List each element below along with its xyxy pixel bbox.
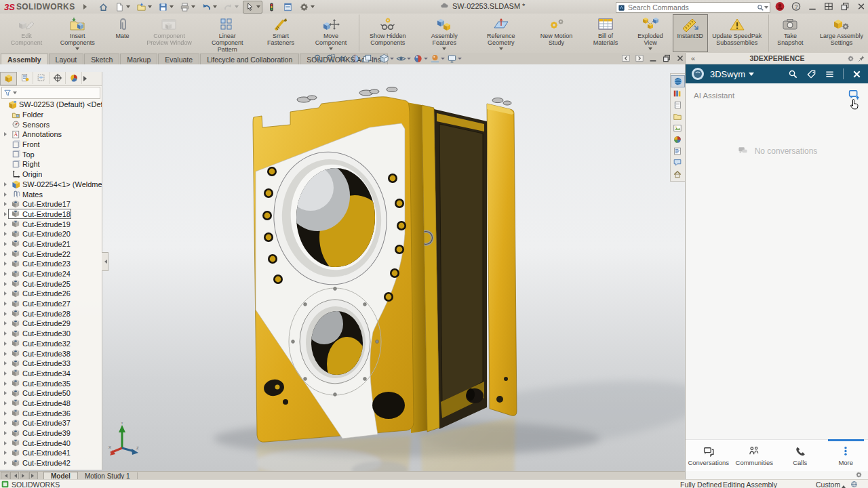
tag-icon[interactable] — [806, 69, 816, 79]
doc-close-icon[interactable] — [675, 54, 685, 63]
dropdown-caret-icon[interactable] — [390, 58, 394, 62]
tree-item[interactable]: Cut-Extrude48 — [0, 399, 102, 409]
tree-item[interactable]: Cut-Extrude36 — [0, 408, 102, 418]
expand-arrow-icon[interactable] — [4, 302, 9, 306]
titlebar-tool-button-print[interactable] — [178, 1, 197, 14]
dropdown-caret-icon[interactable] — [441, 58, 445, 62]
expand-arrow-icon[interactable] — [4, 401, 9, 405]
tree-item[interactable]: Origin — [0, 169, 102, 180]
expand-arrow-icon[interactable] — [4, 182, 9, 186]
dropdown-caret-icon[interactable] — [407, 58, 411, 62]
tree-item[interactable]: Sensors — [0, 119, 102, 129]
tree-item[interactable]: Cut-Extrude17 — [0, 199, 102, 209]
expand-arrow-icon[interactable] — [4, 282, 9, 286]
panel-pin-icon[interactable] — [858, 55, 865, 62]
expand-arrow-icon[interactable] — [4, 361, 9, 365]
tree-root-item[interactable]: SW-02253 (Default) <Default_Displa — [0, 100, 102, 110]
expand-arrow-icon[interactable] — [4, 352, 9, 356]
panel-nav-item[interactable]: Calls — [777, 440, 823, 471]
expand-arrow-icon[interactable] — [4, 222, 9, 226]
titlebar-tool-button-open-document[interactable] — [134, 1, 154, 14]
tree-item[interactable]: A Annotations — [0, 129, 102, 140]
ribbon-button[interactable]: Instant3D — [673, 14, 708, 52]
expand-arrow-icon[interactable] — [4, 461, 9, 465]
tree-item[interactable]: Cut-Extrude33 — [0, 359, 102, 369]
search-icon[interactable] — [757, 4, 764, 12]
doc-minimize-icon[interactable] — [648, 54, 658, 63]
graphics-viewport[interactable]: Y X Z — [0, 64, 685, 471]
next-window-icon[interactable] — [635, 54, 644, 63]
task-pane-button-file-explorer[interactable] — [671, 111, 684, 122]
minimize-button[interactable] — [807, 1, 818, 12]
dropdown-caret-icon[interactable] — [148, 5, 152, 10]
titlebar-tool-button-select[interactable] — [243, 1, 262, 14]
heads-up-button-hide-show-items[interactable] — [396, 54, 411, 64]
restore-button[interactable] — [840, 1, 850, 12]
panel-menu-icon[interactable] — [825, 69, 835, 79]
fm-tab-displaymanager[interactable] — [66, 72, 82, 84]
heads-up-button-apply-scene[interactable] — [430, 54, 445, 64]
ribbon-button[interactable]: Linear Component Pattern — [198, 14, 256, 52]
tree-item[interactable]: Cut-Extrude21 — [0, 239, 102, 249]
ribbon-tab[interactable]: Layout — [49, 54, 84, 64]
expand-arrow-icon[interactable] — [4, 441, 9, 445]
ribbon-button[interactable]: Insert Components — [50, 14, 104, 52]
tree-item[interactable]: Right — [0, 159, 102, 169]
ribbon-button[interactable]: Bill of Materials — [583, 14, 628, 52]
ribbon-button[interactable]: Assembly Features — [417, 14, 472, 52]
expand-arrow-icon[interactable] — [4, 342, 9, 346]
user-avatar[interactable] — [774, 1, 785, 12]
dropdown-caret-icon[interactable] — [170, 5, 174, 10]
panel-close-icon[interactable] — [852, 69, 862, 79]
ribbon-button[interactable]: Update SpeedPak Subassemblies — [708, 14, 766, 52]
dropdown-caret-icon[interactable] — [424, 58, 428, 62]
filter-dropdown-caret[interactable] — [13, 92, 17, 96]
expand-arrow-icon[interactable] — [4, 321, 9, 325]
tree-item[interactable]: Cut-Extrude25 — [0, 279, 102, 289]
filter-funnel-icon[interactable] — [3, 89, 12, 97]
task-pane-button-custom-properties[interactable] — [671, 146, 684, 157]
titlebar-tool-button-file-properties[interactable] — [281, 1, 295, 14]
app-switcher-caret-icon[interactable] — [749, 73, 754, 79]
expand-arrow-icon[interactable] — [4, 272, 9, 276]
ribbon-button[interactable]: Exploded View — [628, 14, 672, 52]
titlebar-tool-button-new-document[interactable] — [113, 1, 132, 14]
titlebar-tool-button-home[interactable] — [96, 1, 111, 14]
ribbon-button[interactable]: Edit Component — [3, 14, 50, 52]
help-icon[interactable]: ? — [791, 1, 802, 12]
tree-item[interactable]: SW-02254<1> (Weldment) <W — [0, 180, 102, 190]
ribbon-button[interactable]: Show Hidden Components — [359, 14, 417, 52]
tree-item[interactable]: Cut-Extrude27 — [0, 299, 102, 309]
tree-item[interactable]: Cut-Extrude24 — [0, 269, 102, 279]
search-dropdown-caret[interactable] — [764, 6, 768, 11]
tree-filter[interactable] — [1, 87, 100, 99]
tree-item[interactable]: Cut-Extrude22 — [0, 249, 102, 259]
titlebar-tool-button-redo[interactable] — [221, 1, 241, 14]
tree-item[interactable]: Cut-Extrude41 — [0, 448, 102, 458]
previous-window-icon[interactable] — [621, 54, 631, 63]
expand-arrow-icon[interactable] — [4, 312, 9, 316]
expand-arrow-icon[interactable] — [4, 411, 9, 415]
heads-up-button-edit-appearance[interactable] — [413, 54, 428, 64]
search-input[interactable] — [625, 3, 757, 12]
expand-arrow-icon[interactable] — [4, 451, 9, 455]
ribbon-button[interactable]: Take Snapshot — [768, 14, 813, 52]
dropdown-caret-icon[interactable] — [311, 5, 315, 10]
heads-up-button-zoom-to-fit[interactable] — [313, 54, 323, 64]
app-switcher[interactable]: 3DSwym — [710, 69, 745, 79]
titlebar-tool-button-rebuild[interactable] — [264, 1, 279, 14]
dropdown-caret-icon[interactable] — [329, 47, 333, 52]
expand-arrow-icon[interactable] — [4, 192, 9, 197]
status-globe-icon[interactable] — [850, 481, 858, 488]
expand-arrow-icon[interactable] — [4, 242, 9, 246]
panel-search-icon[interactable] — [788, 69, 798, 79]
heads-up-button-zoom-to-area[interactable] — [326, 54, 336, 64]
expand-arrow-icon[interactable] — [4, 371, 9, 375]
dropdown-caret-icon[interactable] — [373, 58, 377, 62]
ribbon-button[interactable]: Large Assembly Settings — [812, 14, 868, 52]
tree-item[interactable]: Folder — [0, 110, 102, 120]
panel-footer-gear-icon[interactable] — [855, 471, 863, 479]
task-pane-button-3dexperience[interactable] — [671, 75, 685, 87]
task-pane-button-home[interactable] — [671, 169, 684, 180]
task-pane-button-design-library[interactable] — [671, 88, 684, 99]
